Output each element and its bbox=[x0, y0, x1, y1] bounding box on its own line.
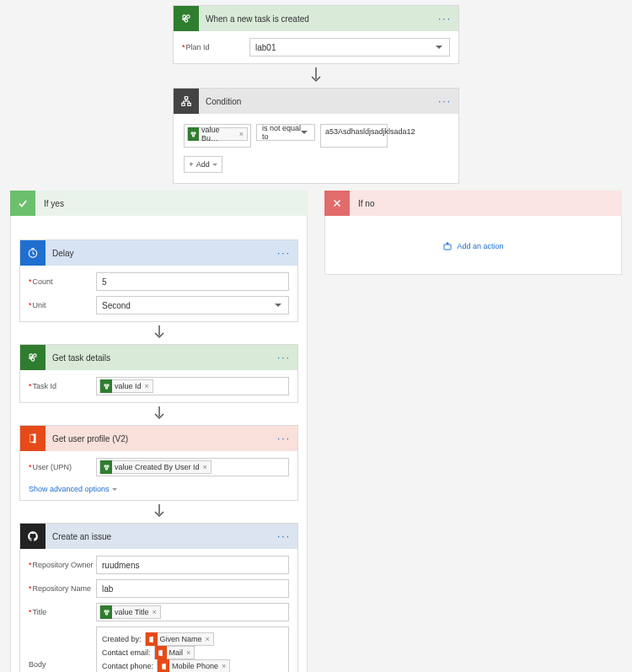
planner-token-icon bbox=[188, 127, 199, 141]
planner-token-icon bbox=[100, 460, 112, 474]
chevron-down-icon bbox=[110, 485, 117, 493]
unit-label: *Unit bbox=[29, 301, 96, 309]
mobile-phone-token[interactable]: Mobile Phone × bbox=[157, 659, 230, 672]
svg-point-22 bbox=[104, 384, 105, 385]
more-menu-icon[interactable]: ··· bbox=[438, 95, 452, 107]
token-remove-icon[interactable]: × bbox=[222, 659, 226, 672]
check-icon bbox=[10, 191, 35, 216]
repo-owner-input[interactable]: ruudmens bbox=[96, 556, 289, 574]
delay-title: Delay bbox=[46, 249, 277, 258]
token-remove-icon[interactable]: × bbox=[203, 463, 207, 471]
get-task-card: Get task details ··· *Task Id bbox=[19, 344, 298, 403]
planner-icon bbox=[174, 6, 199, 31]
condition-operator-select[interactable]: is not equal to bbox=[256, 124, 315, 141]
if-yes-header[interactable]: If yes bbox=[10, 191, 308, 216]
svg-point-11 bbox=[191, 132, 193, 133]
token-remove-icon[interactable]: × bbox=[153, 608, 157, 616]
more-menu-icon[interactable]: ··· bbox=[277, 247, 291, 259]
svg-point-2 bbox=[185, 19, 188, 22]
get-user-header[interactable]: Get user profile (V2) ··· bbox=[20, 426, 297, 451]
trigger-header[interactable]: When a new task is created ··· bbox=[174, 6, 458, 31]
user-upn-input[interactable]: value Created By User Id × bbox=[96, 458, 289, 476]
given-name-token[interactable]: Given Name × bbox=[145, 632, 214, 646]
issue-title-input[interactable]: value Title × bbox=[96, 603, 289, 621]
svg-point-34 bbox=[105, 612, 107, 614]
svg-rect-6 bbox=[188, 103, 191, 105]
svg-marker-36 bbox=[158, 650, 163, 657]
issue-body-label: Body bbox=[29, 626, 96, 669]
condition-title: Condition bbox=[199, 97, 438, 106]
mail-token[interactable]: Mail × bbox=[154, 646, 195, 659]
issue-body-input[interactable]: Created by: Given Name × bbox=[96, 626, 289, 672]
svg-marker-27 bbox=[30, 434, 35, 442]
github-icon bbox=[20, 524, 46, 549]
svg-point-23 bbox=[106, 384, 108, 385]
svg-rect-46 bbox=[444, 245, 451, 250]
count-input[interactable]: 5 bbox=[96, 272, 289, 291]
svg-rect-4 bbox=[185, 97, 188, 99]
planner-token-icon bbox=[100, 379, 112, 393]
create-issue-header[interactable]: Create an issue ··· bbox=[20, 524, 297, 549]
flow-arrow-icon bbox=[19, 322, 298, 344]
create-issue-card: Create an issue ··· *Repository Owner ru… bbox=[19, 523, 298, 672]
more-menu-icon[interactable]: ··· bbox=[277, 433, 291, 444]
svg-point-13 bbox=[192, 134, 194, 136]
add-action-button-no[interactable]: Add an action bbox=[334, 241, 613, 251]
repo-name-input[interactable]: lab bbox=[96, 579, 289, 598]
plan-id-select[interactable]: lab01 bbox=[249, 38, 450, 56]
condition-left-token[interactable]: value Bu… × bbox=[187, 127, 248, 141]
office-token-icon bbox=[158, 659, 169, 672]
more-menu-icon[interactable]: ··· bbox=[277, 352, 291, 363]
condition-right-operand[interactable]: a53Asdhasldjsadjklsada12 bbox=[320, 124, 388, 148]
svg-point-12 bbox=[194, 132, 195, 133]
token-remove-icon[interactable]: × bbox=[239, 130, 244, 138]
user-upn-token[interactable]: value Created By User Id × bbox=[99, 460, 212, 474]
more-menu-icon[interactable]: ··· bbox=[277, 530, 291, 542]
svg-point-21 bbox=[31, 358, 35, 362]
planner-token-icon bbox=[100, 605, 112, 619]
flow-arrow-icon bbox=[0, 64, 632, 88]
svg-rect-5 bbox=[182, 103, 185, 105]
get-task-header[interactable]: Get task details ··· bbox=[20, 345, 297, 370]
get-user-title: Get user profile (V2) bbox=[46, 434, 277, 444]
more-menu-icon[interactable]: ··· bbox=[438, 13, 452, 24]
clock-icon bbox=[20, 240, 46, 266]
svg-point-24 bbox=[105, 386, 107, 388]
condition-header[interactable]: Condition ··· bbox=[174, 89, 458, 114]
unit-select[interactable]: Second bbox=[96, 296, 289, 314]
show-advanced-link[interactable]: Show advanced options bbox=[29, 485, 117, 493]
user-upn-label: *User (UPN) bbox=[29, 463, 96, 471]
if-no-label: If no bbox=[350, 199, 374, 208]
trigger-title: When a new task is created bbox=[199, 14, 438, 24]
planner-icon bbox=[20, 345, 46, 370]
token-remove-icon[interactable]: × bbox=[186, 646, 190, 659]
svg-point-20 bbox=[34, 354, 37, 358]
task-id-token[interactable]: value Id × bbox=[99, 379, 153, 393]
svg-point-29 bbox=[106, 465, 108, 466]
svg-point-32 bbox=[104, 610, 105, 611]
svg-point-33 bbox=[106, 610, 108, 611]
svg-point-1 bbox=[187, 15, 190, 19]
if-yes-label: If yes bbox=[35, 199, 64, 208]
token-remove-icon[interactable]: × bbox=[145, 382, 149, 390]
svg-line-16 bbox=[33, 254, 35, 255]
issue-title-token[interactable]: value Title × bbox=[99, 605, 161, 619]
svg-marker-37 bbox=[162, 664, 166, 670]
office-token-icon bbox=[155, 646, 167, 659]
get-user-card: Get user profile (V2) ··· *User (UPN) bbox=[19, 425, 298, 501]
chevron-down-icon bbox=[210, 160, 217, 169]
close-icon bbox=[324, 191, 350, 216]
task-id-label: *Task Id bbox=[29, 382, 96, 390]
office-icon bbox=[20, 426, 46, 451]
trigger-card: When a new task is created ··· *Plan Id … bbox=[173, 5, 459, 64]
token-remove-icon[interactable]: × bbox=[206, 632, 210, 646]
flow-arrow-icon bbox=[19, 403, 298, 425]
condition-icon bbox=[174, 89, 199, 114]
task-id-input[interactable]: value Id × bbox=[96, 377, 289, 395]
create-issue-title: Create an issue bbox=[46, 532, 277, 541]
condition-left-operand[interactable]: value Bu… × bbox=[184, 124, 251, 148]
if-no-header[interactable]: If no bbox=[324, 191, 622, 216]
delay-header[interactable]: Delay ··· bbox=[20, 240, 297, 266]
condition-add-button[interactable]: +Add bbox=[184, 156, 222, 173]
office-token-icon bbox=[146, 632, 158, 646]
